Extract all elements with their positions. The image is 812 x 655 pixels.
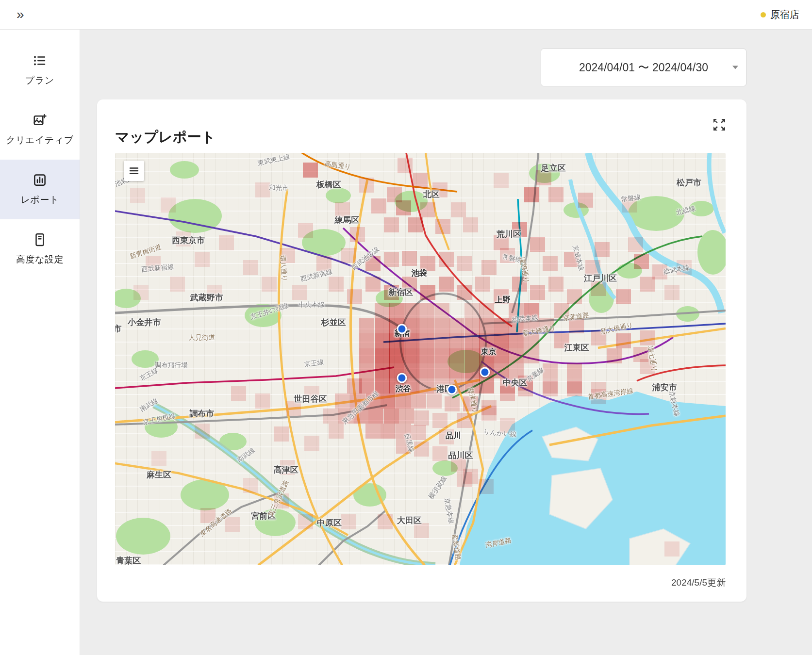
sidebar-item-report[interactable]: レポート — [0, 160, 80, 219]
device-settings-icon — [33, 232, 47, 247]
bar-chart-icon — [33, 173, 47, 187]
map-menu-button[interactable] — [124, 161, 144, 181]
sidebar: プラン クリエイティブ レポート 高度な設定 — [0, 30, 80, 655]
list-icon — [33, 53, 47, 68]
chevron-down-icon — [732, 66, 738, 69]
map-marker[interactable] — [480, 367, 490, 377]
page-title: マップレポート — [115, 128, 215, 147]
image-plus-icon — [33, 113, 47, 128]
map-report-card: マップレポート — [97, 99, 746, 602]
sidebar-item-label: 高度な設定 — [16, 253, 64, 266]
map-marker[interactable] — [447, 384, 457, 394]
sidebar-item-label: プラン — [25, 74, 54, 87]
map-markers-layer — [115, 153, 726, 565]
fullscreen-icon — [712, 117, 727, 132]
store-selector[interactable]: 原宿店 — [761, 8, 799, 21]
map-marker[interactable] — [397, 324, 407, 334]
sidebar-item-creative[interactable]: クリエイティブ — [0, 100, 80, 160]
sidebar-collapse-button[interactable]: » — [13, 6, 28, 23]
fullscreen-button[interactable] — [712, 117, 727, 132]
main-content: 2024/04/01 〜 2024/04/30 マップレポート — [81, 30, 812, 655]
date-range-select[interactable]: 2024/04/01 〜 2024/04/30 — [541, 49, 746, 86]
sidebar-item-plan[interactable]: プラン — [0, 40, 80, 100]
date-range-value: 2024/04/01 〜 2024/04/30 — [579, 60, 708, 75]
map-marker[interactable] — [397, 373, 407, 383]
sidebar-item-advanced-settings[interactable]: 高度な設定 — [0, 219, 80, 279]
sidebar-item-label: レポート — [20, 194, 59, 206]
map-canvas[interactable]: 東武東上線高島通り足立区松戸市板橋区和光市北区池袋線常磐線北総線練馬区荒川区西東… — [115, 153, 726, 565]
last-updated-text: 2024/5/5更新 — [671, 576, 726, 589]
store-status-dot — [761, 12, 766, 17]
store-name: 原宿店 — [770, 8, 799, 21]
hamburger-icon — [128, 165, 140, 177]
top-bar: » 原宿店 — [0, 0, 812, 30]
sidebar-item-label: クリエイティブ — [6, 134, 74, 147]
